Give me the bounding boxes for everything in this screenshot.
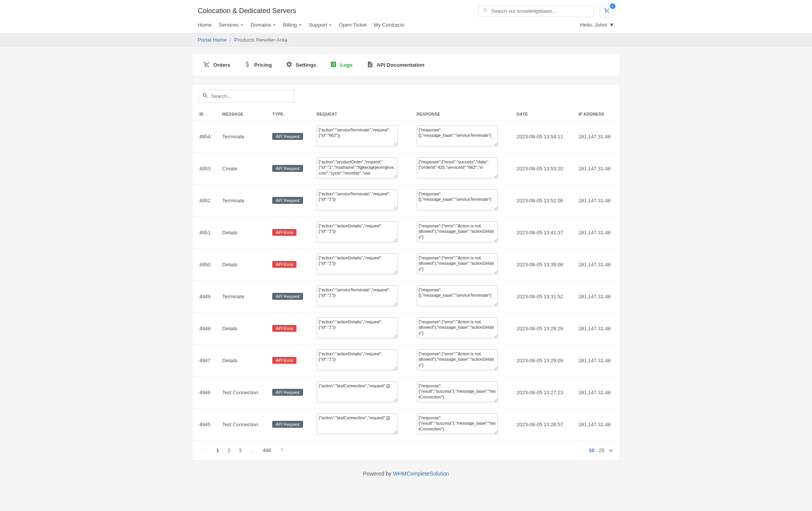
cell-response <box>412 121 512 153</box>
response-textarea[interactable] <box>417 125 498 146</box>
cell-id: 4948 <box>192 313 217 345</box>
cart-button[interactable]: 0 <box>600 5 614 17</box>
request-textarea[interactable] <box>317 157 398 178</box>
cell-date: 2023-08-05 13:31:52 <box>512 281 574 313</box>
cell-id: 4946 <box>192 377 217 408</box>
type-badge: API Error <box>272 229 296 236</box>
cell-date: 2023-08-05 13:39:08 <box>512 249 574 281</box>
table-row: 4951DetailsAPI Error2023-08-05 13:41:371… <box>192 217 620 249</box>
nav-item-label: Open Ticket <box>339 22 367 28</box>
col-request[interactable]: REQUEST <box>312 108 412 121</box>
response-textarea[interactable] <box>417 317 498 338</box>
nav-item-open-ticket[interactable]: Open Ticket <box>339 20 367 29</box>
page-496[interactable]: 496 <box>259 446 275 455</box>
perpage-current[interactable]: 10 <box>589 447 594 453</box>
cell-response <box>412 377 512 408</box>
cell-date: 2023-08-05 13:52:06 <box>512 185 574 217</box>
cell-response <box>412 249 512 281</box>
tab-settings[interactable]: Settings <box>279 59 323 71</box>
cell-message: Create <box>217 153 268 185</box>
type-badge: API Request <box>272 165 303 172</box>
response-textarea[interactable] <box>417 189 498 210</box>
user-menu-label: Hello, John! <box>580 22 607 28</box>
request-textarea[interactable] <box>317 285 398 306</box>
col-id[interactable]: ID↓ <box>192 108 217 121</box>
cart-count-badge: 0 <box>610 3 615 9</box>
table-search-input[interactable] <box>208 93 290 99</box>
nav-item-my-contracts[interactable]: My Contracts <box>374 20 404 29</box>
response-textarea[interactable] <box>417 285 498 306</box>
kb-search[interactable] <box>478 5 594 17</box>
tab-label: Logs <box>340 62 352 68</box>
chevron-down-icon: ▼ <box>329 23 332 27</box>
user-menu[interactable]: Hello, John! ▼ <box>580 22 614 28</box>
breadcrumb-home[interactable]: Portal Home <box>198 37 227 43</box>
cell-type: API Request <box>268 153 312 185</box>
request-textarea[interactable] <box>317 317 398 338</box>
request-textarea[interactable] <box>317 189 398 210</box>
tab-orders[interactable]: Orders <box>196 59 237 71</box>
cell-message: Terminate <box>217 121 268 153</box>
response-textarea[interactable] <box>417 157 498 178</box>
tab-pricing[interactable]: Pricing <box>237 59 279 71</box>
cart-icon <box>203 61 210 69</box>
cell-request <box>312 377 412 408</box>
response-textarea[interactable] <box>417 413 498 434</box>
footer-link[interactable]: WHMCompleteSolution <box>393 471 449 477</box>
type-badge: API Request <box>272 389 303 396</box>
cell-response <box>412 217 512 249</box>
cell-message: Terminate <box>217 281 268 313</box>
response-textarea[interactable] <box>417 381 498 402</box>
cell-type: API Request <box>268 121 312 153</box>
cell-date: 2023-08-05 13:41:37 <box>512 217 574 249</box>
cell-type: API Error <box>268 217 312 249</box>
col-message[interactable]: MESSAGE <box>217 108 268 121</box>
kb-search-input[interactable] <box>488 8 590 14</box>
request-textarea[interactable] <box>317 349 398 370</box>
search-icon <box>483 8 488 14</box>
response-textarea[interactable] <box>417 253 498 274</box>
table-row: 4947DetailsAPI Error2023-08-05 13:29:091… <box>192 345 620 377</box>
tab-api[interactable]: API Documentation <box>360 59 432 71</box>
perpage-option[interactable]: ∞ <box>609 447 613 453</box>
page-3[interactable]: 3 <box>235 446 245 455</box>
table-row: 4952TerminateAPI Request2023-08-05 13:52… <box>192 185 620 217</box>
response-textarea[interactable] <box>417 349 498 370</box>
request-textarea[interactable] <box>317 413 398 434</box>
footer: Powered by WHMCompleteSolution <box>0 464 812 483</box>
nav-item-services[interactable]: Services▼ <box>219 20 244 29</box>
page-next[interactable] <box>276 446 288 455</box>
nav-item-domains[interactable]: Domains▼ <box>251 20 276 29</box>
cell-id: 4949 <box>192 281 217 313</box>
page-1[interactable]: 1 <box>212 446 223 455</box>
page-prev[interactable] <box>199 446 212 455</box>
cell-request <box>312 185 412 217</box>
cell-ip: 181.147.31.48 <box>574 185 620 217</box>
request-textarea[interactable] <box>317 221 398 242</box>
nav-item-billing[interactable]: Billing▼ <box>283 20 302 29</box>
nav-item-home[interactable]: Home <box>198 20 212 29</box>
cell-id: 4945 <box>192 408 217 440</box>
table-search[interactable] <box>198 90 294 103</box>
cell-id: 4954 <box>192 121 217 153</box>
cell-response <box>412 408 512 440</box>
response-textarea[interactable] <box>417 221 498 242</box>
col-ip-address[interactable]: IP ADDRESS <box>574 108 620 121</box>
cell-request <box>312 281 412 313</box>
nav-item-support[interactable]: Support▼ <box>309 20 332 29</box>
cell-ip: 181.147.31.48 <box>574 153 620 185</box>
request-textarea[interactable] <box>317 125 398 146</box>
perpage-option[interactable]: 25 <box>599 447 604 453</box>
page-2[interactable]: 2 <box>224 446 234 455</box>
col-type[interactable]: TYPE <box>268 108 312 121</box>
type-badge: API Error <box>272 261 296 268</box>
tab-logs[interactable]: Logs <box>323 59 359 71</box>
col-date[interactable]: DATE <box>512 108 574 121</box>
cell-request <box>312 217 412 249</box>
request-textarea[interactable] <box>317 381 398 402</box>
request-textarea[interactable] <box>317 253 398 274</box>
cell-ip: 181.147.31.48 <box>574 217 620 249</box>
cell-response <box>412 313 512 345</box>
cell-ip: 181.147.31.48 <box>574 408 620 440</box>
col-response[interactable]: RESPONSE <box>412 108 512 121</box>
